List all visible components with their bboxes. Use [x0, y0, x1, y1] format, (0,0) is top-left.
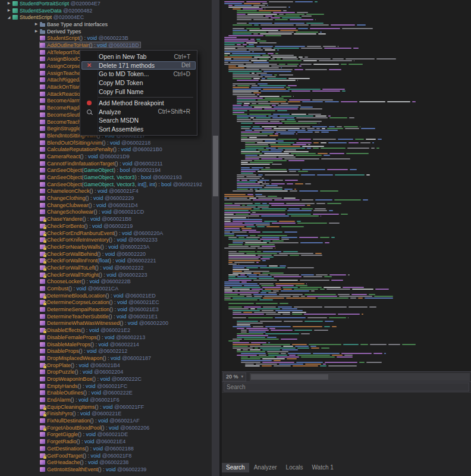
- zoom-control[interactable]: 20 % ▾: [223, 372, 246, 381]
- tree-row[interactable]: CheckForNearbyWalls() : void @0600223A: [0, 243, 212, 250]
- tree-row[interactable]: Combust() : void @060021CA: [0, 285, 212, 292]
- code-line: [222, 183, 471, 184]
- tree-row[interactable]: CanSeeObject(GameObject) : bool @0600219…: [0, 167, 212, 174]
- tree-row[interactable]: ForgetAboutBloodPool() : void @06002206: [0, 424, 212, 431]
- menu-item-copy-full-name[interactable]: Copy Full Name: [81, 87, 196, 96]
- tree-row[interactable]: ChooseLocker() : void @0600222B: [0, 278, 212, 286]
- menu-item-search-msdn[interactable]: Search MSDN: [81, 116, 196, 125]
- tree-row[interactable]: CheckForWallBehind() : void @06002220: [0, 250, 212, 258]
- menu-item-copy-md-token[interactable]: Copy MD Token: [81, 79, 196, 87]
- code-token: [246, 237, 260, 238]
- tree-row[interactable]: DropPuzzle() : void @06002204: [0, 368, 212, 375]
- tree-row[interactable]: ChangeSchoolwear() : void @060021CD: [0, 209, 212, 216]
- tree-row[interactable]: CalculateReputationPenalty() : void @060…: [0, 146, 212, 153]
- tree-row[interactable]: DisableProps() : void @06002212: [0, 347, 212, 355]
- tree-vertical-scrollbar[interactable]: [212, 0, 219, 476]
- horizontal-scrollbar[interactable]: [250, 373, 470, 381]
- tree-row[interactable]: ▶StudentSaveData @02000482: [0, 7, 212, 14]
- code-token: [264, 296, 290, 297]
- tree-row[interactable]: CannotFindInfatuationTarget() : void @06…: [0, 160, 212, 167]
- menu-item-add-method-breakpoint[interactable]: Add Method Breakpoint: [81, 99, 196, 108]
- tab-locals[interactable]: Locals: [282, 463, 307, 472]
- tree-row[interactable]: ChaseYandere() : void @060021B8: [0, 215, 212, 223]
- chevron-down-icon[interactable]: ▾: [241, 374, 244, 379]
- expander-collapsed-icon[interactable]: ▶: [33, 21, 39, 27]
- tree-row[interactable]: FixNullDestination() : void @060021AF: [0, 417, 212, 424]
- tree-row[interactable]: FinishPyro() : void @0600221E: [0, 411, 212, 418]
- tree-row[interactable]: DetermineSenpaiReaction() : void @060021…: [0, 306, 212, 313]
- tree-row[interactable]: ▶Base Type and Interfaces: [0, 21, 212, 28]
- code-token: [299, 57, 303, 58]
- code-token: [228, 274, 238, 275]
- tree-row[interactable]: ForgetRadio() : void @060021E4: [0, 438, 212, 445]
- expander-collapsed-icon[interactable]: ▶: [6, 0, 12, 7]
- tree-row[interactable]: ◢StudentScript @020004EC: [0, 14, 212, 21]
- tree-row[interactable]: ▶Derived Types: [0, 28, 212, 35]
- tree-row-content: AttachRiggedA: [39, 77, 84, 83]
- tree-row[interactable]: CheckForWallToRight() : void @06002223: [0, 271, 212, 278]
- search-input[interactable]: [224, 383, 469, 392]
- expander-collapsed-icon[interactable]: ▶: [33, 28, 39, 35]
- code-token: [370, 344, 387, 345]
- menu-item-delete-171-methods[interactable]: ✕Delete 171 methodsDel: [81, 61, 196, 70]
- return-type: void: [122, 230, 132, 236]
- tree-row[interactable]: DropPlate() : void @060021B4: [0, 362, 212, 369]
- menu-item-sort-assemblies[interactable]: Sort Assemblies: [81, 125, 196, 134]
- tree-row[interactable]: CanSeeObject(GameObject, Vector3, int[],…: [0, 181, 212, 188]
- tree-row[interactable]: DetermineBloodLocation() : void @060021E…: [0, 292, 212, 299]
- tree-row[interactable]: EnableOutlines() : void @0600222E: [0, 390, 212, 397]
- code-token: [237, 48, 261, 49]
- tree-row[interactable]: DropWeaponInBox() : void @0600222C: [0, 375, 212, 383]
- code-token: [303, 60, 317, 61]
- tree-row[interactable]: ChameleonCheck() : void @060021F4: [0, 188, 212, 195]
- tree-row[interactable]: CanSeeObject(GameObject, Vector3) : bool…: [0, 174, 212, 181]
- tree-row[interactable]: DisableFemaleProps() : void @06002213: [0, 334, 212, 341]
- tree-row-label: DetermineSenpaiReaction() : void @060021…: [47, 306, 159, 312]
- code-token: [224, 224, 254, 226]
- menu-item-go-to-md-token[interactable]: Go to MD Token...Ctrl+D: [81, 70, 196, 79]
- tree-row[interactable]: EndAlarm() : void @060021F6: [0, 396, 212, 403]
- tree-row[interactable]: DetermineTeacherSubtitle() : void @06002…: [0, 313, 212, 320]
- menu-item-open-in-new-tab[interactable]: Open in New TabCtrl+T: [81, 52, 196, 61]
- scrollbar-thumb[interactable]: [251, 374, 328, 380]
- code-token: [263, 298, 284, 299]
- tree-row[interactable]: EmptyHands() : void @060021FC: [0, 383, 212, 390]
- tree-row[interactable]: AddOutlineToHair() : void @060021BD: [0, 42, 212, 49]
- tree-row[interactable]: DropMisplacedWeapon() : void @06002187: [0, 355, 212, 362]
- tree-row[interactable]: BlendOutOfSittingAnim() : void @06002218: [0, 139, 212, 146]
- tree-row[interactable]: GetHeadache() : void @06002238: [0, 459, 212, 466]
- tree-row[interactable]: CameraReact() : void @060021D9: [0, 153, 212, 160]
- tree-row[interactable]: DisableMaleProps() : void @06002214: [0, 341, 212, 348]
- expander-expanded-icon[interactable]: ◢: [6, 14, 12, 21]
- code-token: [348, 306, 368, 308]
- code-token: [306, 23, 324, 24]
- scrollbar-thumb[interactable]: [213, 136, 218, 196]
- tree-row[interactable]: DetermineCorpseLocation() : void @060021…: [0, 299, 212, 306]
- tab-analyzer[interactable]: Analyzer: [250, 463, 281, 472]
- tree-row[interactable]: GetFoodTarget() : void @060021F8: [0, 452, 212, 459]
- tab-watch-1[interactable]: Watch 1: [308, 463, 338, 472]
- tree-row[interactable]: ▶StudentPortraitScript @020004E7: [0, 0, 212, 7]
- tree-row[interactable]: CheckForWallToLeft() : void @06002222: [0, 264, 212, 271]
- tree-row[interactable]: ChangeClothing() : void @06002229: [0, 195, 212, 202]
- tree-row[interactable]: StudentScript() : void @0600223B: [0, 35, 212, 42]
- code-token: [287, 64, 299, 65]
- tree-row[interactable]: GetDestinations() : void @06002188: [0, 445, 212, 452]
- tree-row[interactable]: DisableEffects() : void @060021E2: [0, 327, 212, 334]
- tree-row[interactable]: CheckForBento() : void @06002219: [0, 223, 212, 230]
- tree-row[interactable]: ForgetGiggle() : void @060021DE: [0, 431, 212, 439]
- tree-row[interactable]: DetermineWhatWasWitnessed() : void @0600…: [0, 320, 212, 327]
- tree-row[interactable]: ChangeClubwear() : void @060021D4: [0, 202, 212, 209]
- tree-row[interactable]: GetIntoItStealthEvent() : void @06002239: [0, 466, 212, 473]
- tree-row[interactable]: EquipCleaningItems() : void @060021FF: [0, 403, 212, 411]
- code-token: [275, 248, 275, 249]
- tree-row[interactable]: CheckForEndRanburuEvent() : void @060022…: [0, 230, 212, 237]
- tab-search[interactable]: Search: [222, 463, 249, 472]
- tree-row[interactable]: CheckForKnifeInInventory() : void @06002…: [0, 236, 212, 243]
- tree-row[interactable]: CheckForWallInFront(float) : void @06002…: [0, 257, 212, 264]
- decompiled-code-view[interactable]: [222, 0, 471, 371]
- code-token: [276, 131, 296, 133]
- expander-collapsed-icon[interactable]: ▶: [6, 7, 12, 14]
- menu-item-analyze[interactable]: AnalyzeCtrl+Shift+R: [81, 108, 196, 117]
- return-type: void: [77, 286, 87, 292]
